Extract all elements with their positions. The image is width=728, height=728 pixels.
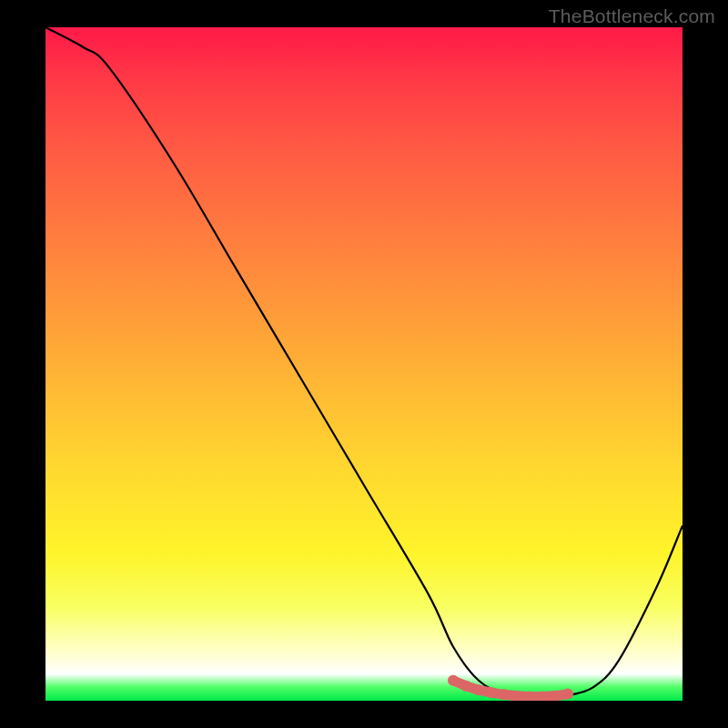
highlight-marker	[562, 689, 573, 700]
plot-area	[46, 27, 682, 701]
highlight-marker	[460, 681, 471, 692]
highlight-markers	[46, 27, 682, 701]
watermark-text: TheBottleneck.com	[549, 5, 715, 27]
highlight-marker	[448, 675, 459, 686]
highlight-marker	[499, 689, 510, 700]
highlight-marker	[486, 687, 497, 698]
highlight-marker	[473, 684, 484, 695]
